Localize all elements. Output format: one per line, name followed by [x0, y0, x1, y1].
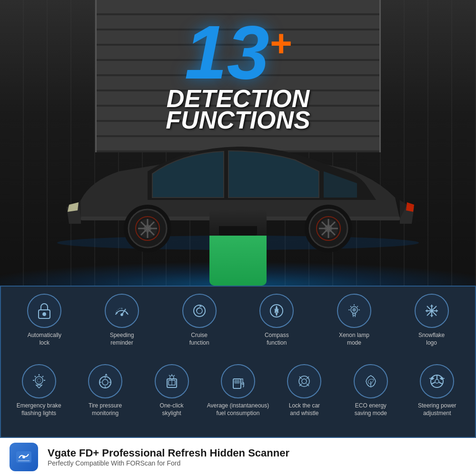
xenon-lamp-icon	[345, 301, 364, 320]
svg-point-78	[435, 379, 439, 383]
hazard-icon	[30, 372, 49, 391]
feature-label-compass-function: Compassfunction	[265, 332, 289, 347]
hero-section: 13+ DETECTION FUNCTIONS	[0, 0, 476, 286]
brand-subtitle: Perfectly Compatible With FORScan for Fo…	[48, 459, 289, 467]
svg-line-37	[350, 306, 351, 307]
feature-xenon-lamp: Xenon lampmode	[321, 294, 387, 347]
whistle-icon	[295, 372, 314, 391]
svg-point-85	[441, 377, 443, 379]
detection-line2: FUNCTIONS	[0, 107, 476, 133]
plus-display: +	[269, 21, 292, 65]
feature-label-fuel-consumption: Average (instantaneous)fuel consumption	[207, 402, 269, 417]
svg-rect-68	[235, 380, 239, 383]
speedometer-icon	[112, 301, 131, 320]
svg-point-71	[302, 379, 307, 384]
svg-point-21	[43, 313, 46, 316]
fuel-icon-circle	[221, 364, 255, 398]
feature-skylight: One-clickskylight	[139, 364, 205, 417]
svg-line-80	[431, 382, 435, 384]
speedometer-icon-circle	[105, 294, 139, 328]
obd-body	[209, 236, 267, 286]
snowflake-icon	[422, 301, 441, 320]
whistle-icon-circle	[287, 364, 321, 398]
svg-point-23	[121, 314, 123, 316]
features-row-2: Emergency brakeflashing lights	[6, 364, 470, 432]
bottom-branding: Vgate FD+ Professional Refresh Hidden Sc…	[0, 438, 476, 476]
svg-line-35	[357, 306, 358, 307]
steering-icon	[427, 372, 446, 391]
tire-icon-circle	[88, 364, 122, 398]
cruise-icon-circle	[182, 294, 217, 328]
feature-snowflake-logo: Snowflakelogo	[398, 294, 465, 347]
compass-icon	[267, 301, 286, 320]
snowflake-icon-circle	[415, 294, 449, 328]
obd-device	[209, 209, 267, 286]
xenon-lamp-icon-circle	[337, 294, 371, 328]
svg-line-55	[35, 376, 36, 377]
app-icon	[10, 443, 38, 471]
svg-line-66	[169, 375, 170, 376]
app-logo-icon	[14, 447, 33, 466]
eco-icon-circle	[354, 364, 388, 398]
feature-label-tire-pressure: Tire pressuremonitoring	[89, 402, 122, 417]
svg-point-50	[35, 377, 43, 384]
lock-icon-circle	[27, 294, 61, 328]
lock-icon	[35, 301, 54, 320]
feature-lock-whistle: Lock the carand whistle	[271, 364, 337, 417]
svg-point-51	[37, 378, 41, 382]
steering-icon-circle	[420, 364, 454, 398]
branding-text: Vgate FD+ Professional Refresh Hidden Sc…	[48, 447, 289, 467]
feature-cruise-function: Cruisefunction	[166, 294, 233, 347]
feature-label-emergency-brake: Emergency brakeflashing lights	[17, 402, 61, 417]
features-row-1: Automaticallylock Speedingreminder	[6, 294, 470, 362]
feature-label-xenon-lamp: Xenon lampmode	[339, 332, 369, 347]
brand-title: Vgate FD+ Professional Refresh Hidden Sc…	[48, 447, 289, 459]
feature-label-eco-energy: ECO energysaving mode	[355, 402, 387, 417]
feature-label-skylight: One-clickskylight	[160, 402, 184, 417]
svg-marker-31	[275, 310, 278, 316]
feature-fuel-consumption: Average (instantaneous)fuel consumption	[205, 364, 271, 417]
svg-point-69	[242, 383, 244, 385]
svg-point-33	[353, 308, 356, 311]
feature-label-snowflake-logo: Snowflakelogo	[418, 332, 445, 347]
feature-compass-function: Compassfunction	[243, 294, 310, 347]
svg-line-65	[174, 375, 175, 376]
obd-connector	[219, 226, 257, 236]
feature-speeding-reminder: Speedingreminder	[89, 294, 155, 347]
tire-icon	[96, 372, 115, 391]
feature-tire-pressure: Tire pressuremonitoring	[72, 364, 138, 417]
main-container: 13+ DETECTION FUNCTIONS	[0, 0, 476, 476]
feature-label-cruise-function: Cruisefunction	[189, 332, 209, 347]
svg-line-81	[439, 382, 443, 384]
eco-icon	[361, 372, 380, 391]
svg-point-87	[22, 456, 25, 458]
skylight-icon-circle	[155, 364, 189, 398]
feature-emergency-brake: Emergency brakeflashing lights	[6, 364, 72, 417]
svg-line-53	[42, 376, 43, 377]
feature-label-lock-whistle: Lock the carand whistle	[289, 402, 320, 417]
feature-automatically-lock: Automaticallylock	[11, 294, 78, 347]
hazard-icon-circle	[22, 364, 56, 398]
feature-label-automatically-lock: Automaticallylock	[28, 332, 61, 347]
fuel-icon	[228, 372, 248, 391]
number-display: 13	[185, 14, 269, 90]
svg-point-58	[102, 379, 108, 385]
feature-label-speeding-reminder: Speedingreminder	[110, 332, 134, 347]
svg-point-83	[431, 377, 433, 379]
detection-heading: 13+ DETECTION FUNCTIONS	[0, 14, 476, 133]
feature-label-steering-power: Steering poweradjustment	[418, 402, 456, 417]
feature-steering-power: Steering poweradjustment	[404, 364, 470, 417]
skylight-icon	[162, 372, 181, 391]
feature-eco-energy: ECO energysaving mode	[337, 364, 404, 417]
svg-rect-39	[353, 313, 356, 315]
features-section: Automaticallylock Speedingreminder	[0, 286, 476, 438]
obd-top	[209, 209, 267, 236]
cruise-icon	[190, 301, 209, 320]
compass-icon-circle	[259, 294, 294, 328]
